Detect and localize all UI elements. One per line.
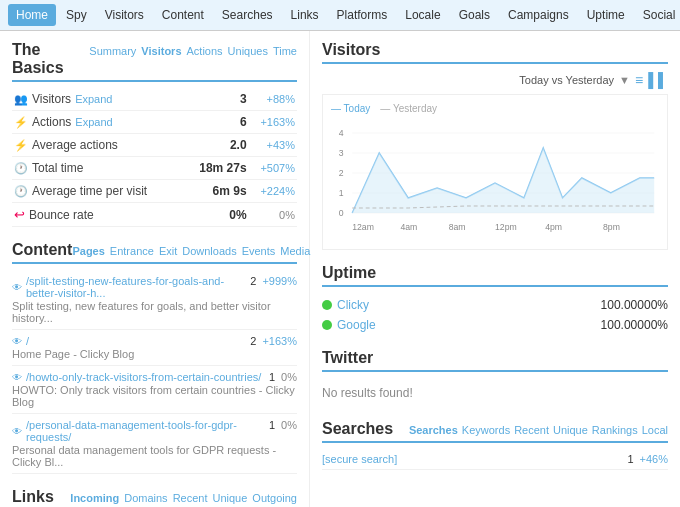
list-item: 👁 /howto-only-track-visitors-from-certai…	[12, 366, 297, 414]
nav-item-spy[interactable]: Spy	[58, 4, 95, 26]
uptime-section: Uptime Clicky 100.00000% Google 100.0000…	[322, 264, 668, 335]
svg-text:3: 3	[339, 148, 344, 158]
basics-header: The Basics Summary Visitors Actions Uniq…	[12, 41, 297, 82]
searches-tab-unique[interactable]: Unique	[553, 424, 588, 436]
search-term-link[interactable]: [secure search]	[322, 453, 397, 465]
right-panel: Visitors Today vs Yesterday ▼ ≡ ▌▌ — Tod…	[310, 31, 680, 507]
actions-label: Actions Expand	[14, 115, 182, 129]
searches-tab-searches[interactable]: Searches	[409, 424, 458, 436]
searches-tab-recent[interactable]: Recent	[514, 424, 549, 436]
total-time-value: 18m 27s	[184, 157, 248, 180]
actions-value: 6	[184, 111, 248, 134]
main-container: The Basics Summary Visitors Actions Uniq…	[0, 31, 680, 507]
avg-time-percent: +224%	[249, 180, 297, 203]
avg-actions-value: 2.0	[184, 134, 248, 157]
uptime-title: Uptime	[322, 264, 668, 287]
links-tab-outgoing[interactable]: Outgoing	[252, 492, 297, 504]
searches-title: Searches	[322, 420, 393, 438]
dropdown-icon[interactable]: ▼	[619, 74, 630, 86]
nav-item-content[interactable]: Content	[154, 4, 212, 26]
table-row: Visitors Expand 3 +88%	[12, 88, 297, 111]
searches-tab-local[interactable]: Local	[642, 424, 668, 436]
uptime-dot-google	[322, 320, 332, 330]
chart-legend: — Today — Yesterday	[331, 103, 659, 114]
list-item: [secure search] 1 +46%	[322, 449, 668, 470]
basics-tab-time[interactable]: Time	[273, 45, 297, 57]
basics-tab-summary[interactable]: Summary	[89, 45, 136, 57]
content-page-link-2[interactable]: 👁 /	[12, 335, 29, 347]
nav-item-campaigns[interactable]: Campaigns	[500, 4, 577, 26]
nav-bar: Home Spy Visitors Content Searches Links…	[0, 0, 680, 31]
eye-icon: 👁	[12, 336, 22, 347]
basics-table: Visitors Expand 3 +88% Actions Expand 6 …	[12, 88, 297, 227]
content-page-link-1[interactable]: 👁 /split-testing-new-features-for-goals-…	[12, 275, 250, 299]
avg-actions-label: Average actions	[14, 138, 182, 152]
total-time-icon	[14, 161, 28, 175]
total-time-label: Total time	[14, 161, 182, 175]
nav-item-locale[interactable]: Locale	[397, 4, 448, 26]
links-tab-recent[interactable]: Recent	[173, 492, 208, 504]
content-tab-pages[interactable]: Pages	[72, 245, 104, 257]
search-stats: 1 +46%	[627, 453, 668, 465]
searches-tab-rankings[interactable]: Rankings	[592, 424, 638, 436]
visitors-label: Visitors Expand	[14, 92, 182, 106]
eye-icon: 👁	[12, 372, 22, 383]
chart-icon-line[interactable]: ≡	[635, 72, 643, 88]
svg-text:4am: 4am	[400, 222, 417, 232]
basics-tab-actions[interactable]: Actions	[187, 45, 223, 57]
table-row: Actions Expand 6 +163%	[12, 111, 297, 134]
content-tab-media[interactable]: Media	[280, 245, 310, 257]
links-tab-domains[interactable]: Domains	[124, 492, 167, 504]
visitors-section: Visitors Today vs Yesterday ▼ ≡ ▌▌ — Tod…	[322, 41, 668, 250]
chart-control-label[interactable]: Today vs Yesterday	[519, 74, 614, 86]
basics-tab-visitors[interactable]: Visitors	[141, 45, 181, 57]
content-item-row: 👁 / 2 +163%	[12, 335, 297, 347]
content-stats-1: 2 +999%	[250, 275, 297, 287]
nav-item-social[interactable]: Social	[635, 4, 680, 26]
nav-item-home[interactable]: Home	[8, 4, 56, 26]
actions-expand[interactable]: Expand	[75, 116, 112, 128]
content-section: Content Pages Entrance Exit Downloads Ev…	[12, 241, 297, 474]
chart-container: — Today — Yesterday 4 3 2 1 0	[322, 94, 668, 250]
content-stats-3: 1 0%	[269, 371, 297, 383]
content-header: Content Pages Entrance Exit Downloads Ev…	[12, 241, 297, 264]
left-panel: The Basics Summary Visitors Actions Uniq…	[0, 31, 310, 507]
links-header: Links Incoming Domains Recent Unique Out…	[12, 488, 297, 507]
searches-tab-keywords[interactable]: Keywords	[462, 424, 510, 436]
visitors-value: 3	[184, 88, 248, 111]
content-desc-4: Personal data management tools for GDPR …	[12, 444, 297, 468]
content-tab-exit[interactable]: Exit	[159, 245, 177, 257]
uptime-clicky-link[interactable]: Clicky	[322, 298, 369, 312]
links-tab-unique[interactable]: Unique	[212, 492, 247, 504]
content-tab-downloads[interactable]: Downloads	[182, 245, 236, 257]
bounce-value: 0%	[184, 203, 248, 227]
list-item: 👁 /personal-data-management-tools-for-gd…	[12, 414, 297, 474]
content-page-link-4[interactable]: 👁 /personal-data-management-tools-for-gd…	[12, 419, 269, 443]
content-stats-4: 1 0%	[269, 419, 297, 431]
nav-item-uptime[interactable]: Uptime	[579, 4, 633, 26]
links-title: Links	[12, 488, 54, 506]
table-row: Average time per visit 6m 9s +224%	[12, 180, 297, 203]
visitors-chart-svg: 4 3 2 1 0	[331, 118, 659, 238]
nav-item-platforms[interactable]: Platforms	[329, 4, 396, 26]
nav-item-visitors[interactable]: Visitors	[97, 4, 152, 26]
uptime-dot-clicky	[322, 300, 332, 310]
content-page-link-3[interactable]: 👁 /howto-only-track-visitors-from-certai…	[12, 371, 261, 383]
content-desc-3: HOWTO: Only track visitors from certain …	[12, 384, 297, 408]
chart-icon-bar[interactable]: ▌▌	[648, 72, 668, 88]
content-item-row: 👁 /howto-only-track-visitors-from-certai…	[12, 371, 297, 383]
content-tab-events[interactable]: Events	[242, 245, 276, 257]
nav-item-searches[interactable]: Searches	[214, 4, 281, 26]
basics-tab-uniques[interactable]: Uniques	[228, 45, 268, 57]
nav-item-goals[interactable]: Goals	[451, 4, 498, 26]
visitors-expand[interactable]: Expand	[75, 93, 112, 105]
nav-item-links[interactable]: Links	[283, 4, 327, 26]
svg-text:12pm: 12pm	[495, 222, 517, 232]
legend-yesterday: — Yesterday	[380, 103, 437, 114]
basics-tabs: Summary Visitors Actions Uniques Time	[89, 45, 297, 57]
content-desc-2: Home Page - Clicky Blog	[12, 348, 297, 360]
content-tab-entrance[interactable]: Entrance	[110, 245, 154, 257]
uptime-google-link[interactable]: Google	[322, 318, 376, 332]
links-tabs: Incoming Domains Recent Unique Outgoing	[70, 492, 297, 504]
links-tab-incoming[interactable]: Incoming	[70, 492, 119, 504]
